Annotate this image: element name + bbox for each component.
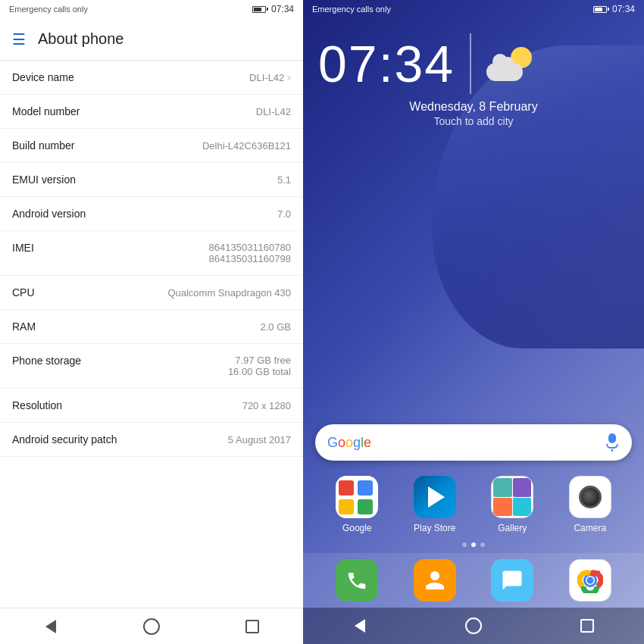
status-icons-right: 07:34 xyxy=(593,4,635,14)
phone-icon xyxy=(345,569,368,592)
app-label: Gallery xyxy=(498,523,527,533)
playstore-app-icon xyxy=(414,476,456,518)
app-item-playstore[interactable]: Play Store xyxy=(405,476,465,533)
camera-app-icon xyxy=(569,476,611,518)
item-value: DLI-L42 xyxy=(249,72,284,83)
app-label: Play Store xyxy=(414,523,455,533)
bottom-dock xyxy=(303,553,644,608)
list-item: EMUI version 5.1 xyxy=(0,163,303,197)
battery-icon-right xyxy=(593,6,609,13)
gallery-app-icon xyxy=(491,476,533,518)
item-value: 7.97 GB free 16.00 GB total xyxy=(228,355,291,377)
nav-bar-left xyxy=(0,608,303,644)
dot-1 xyxy=(462,542,467,547)
emergency-text-left: Emergency calls only xyxy=(9,5,88,14)
item-label: IMEI xyxy=(12,242,34,254)
messages-icon xyxy=(501,569,524,592)
home-screen-bottom: Google Google xyxy=(303,424,644,644)
item-label: Android security patch xyxy=(12,433,117,445)
list-item: Model number DLI-L42 xyxy=(0,95,303,129)
about-list: Device name DLI-L42 › Model number DLI-L… xyxy=(0,61,303,608)
item-label: Build number xyxy=(12,139,75,152)
item-value: 7.0 xyxy=(277,208,291,220)
lock-screen-content: 07:34 Wednesday, 8 February Touch to add… xyxy=(303,18,644,127)
list-item: Android security patch 5 August 2017 xyxy=(0,423,303,457)
recents-icon-right xyxy=(580,619,594,633)
item-label: EMUI version xyxy=(12,174,76,186)
about-phone-panel: Emergency calls only 07:34 ☰ About phone… xyxy=(0,0,303,644)
svg-point-3 xyxy=(586,577,593,584)
dock-messages[interactable] xyxy=(491,559,533,602)
status-bar-left: Emergency calls only 07:34 xyxy=(0,0,303,18)
city-prompt[interactable]: Touch to add city xyxy=(318,115,629,127)
item-value-area: DLI-L42 › xyxy=(249,71,291,83)
recents-icon xyxy=(245,620,259,633)
item-value: 864135031160780 864135031160798 xyxy=(209,242,291,264)
chrome-icon xyxy=(577,567,603,593)
arrow-icon: › xyxy=(287,71,291,83)
page-dots xyxy=(303,542,644,547)
status-bar-right: Emergency calls only 07:34 xyxy=(303,0,644,18)
camera-lens-icon xyxy=(579,486,602,508)
item-label: Device name xyxy=(12,71,74,83)
home-button-right[interactable] xyxy=(461,614,486,638)
item-value: 5 August 2017 xyxy=(228,434,291,445)
app-label: Google xyxy=(342,523,372,533)
item-value: 2.0 GB xyxy=(261,321,291,333)
list-item: Build number Delhi-L42C636B121 xyxy=(0,129,303,163)
time-weather-row: 07:34 xyxy=(318,33,629,94)
time-right: 07:34 xyxy=(612,4,635,14)
list-item: IMEI 864135031160780 864135031160798 xyxy=(0,231,303,276)
dock-contacts[interactable] xyxy=(414,559,456,602)
list-item: Phone storage 7.97 GB free 16.00 GB tota… xyxy=(0,344,303,389)
list-item[interactable]: Device name DLI-L42 › xyxy=(0,61,303,95)
back-icon-right xyxy=(355,619,365,633)
list-item: RAM 2.0 GB xyxy=(0,310,303,344)
item-label: RAM xyxy=(12,320,36,333)
google-app-icon xyxy=(336,476,378,518)
item-label: Resolution xyxy=(12,399,62,411)
item-value: Qualcomm Snapdragon 430 xyxy=(167,287,291,299)
clock-display: 07:34 xyxy=(318,38,455,89)
emergency-text-right: Emergency calls only xyxy=(312,5,391,14)
dot-3 xyxy=(480,542,485,547)
mic-icon[interactable] xyxy=(605,433,620,452)
dock-phone[interactable] xyxy=(336,559,378,602)
hamburger-icon[interactable]: ☰ xyxy=(12,30,26,48)
contacts-icon xyxy=(424,569,446,592)
divider xyxy=(470,33,471,94)
cloud-icon xyxy=(486,63,523,81)
item-label: Phone storage xyxy=(12,355,81,367)
nav-bar-right xyxy=(303,608,644,644)
recents-button-right[interactable] xyxy=(575,614,599,638)
google-logo: Google xyxy=(327,435,371,451)
date-display: Wednesday, 8 February xyxy=(318,100,629,114)
weather-icon xyxy=(486,47,532,81)
google-search-bar[interactable]: Google xyxy=(315,424,632,461)
back-icon xyxy=(45,620,56,633)
back-button-right[interactable] xyxy=(348,614,372,638)
item-value: 5.1 xyxy=(277,174,291,186)
app-item-camera[interactable]: Camera xyxy=(560,476,621,533)
app-label: Camera xyxy=(574,523,606,533)
battery-icon-left xyxy=(252,6,268,13)
item-value: 720 x 1280 xyxy=(242,400,291,411)
about-phone-header: ☰ About phone xyxy=(0,18,303,61)
item-value: DLI-L42 xyxy=(256,106,291,117)
home-button[interactable] xyxy=(139,614,164,639)
app-item-gallery[interactable]: Gallery xyxy=(482,476,542,533)
dot-2 xyxy=(471,542,476,547)
app-item-google[interactable]: Google xyxy=(327,476,387,533)
home-icon xyxy=(143,618,160,635)
recents-button[interactable] xyxy=(240,614,264,639)
list-item: Resolution 720 x 1280 xyxy=(0,389,303,423)
item-label: Model number xyxy=(12,105,80,117)
status-icons-left: 07:34 xyxy=(252,4,294,14)
list-item: CPU Qualcomm Snapdragon 430 xyxy=(0,276,303,310)
list-item: Android version 7.0 xyxy=(0,197,303,231)
dock-chrome[interactable] xyxy=(569,559,611,602)
item-value: Delhi-L42C636B121 xyxy=(202,140,291,152)
home-icon-right xyxy=(465,617,482,634)
app-grid: Google Play Store Gal xyxy=(303,470,644,539)
back-button[interactable] xyxy=(39,614,63,639)
